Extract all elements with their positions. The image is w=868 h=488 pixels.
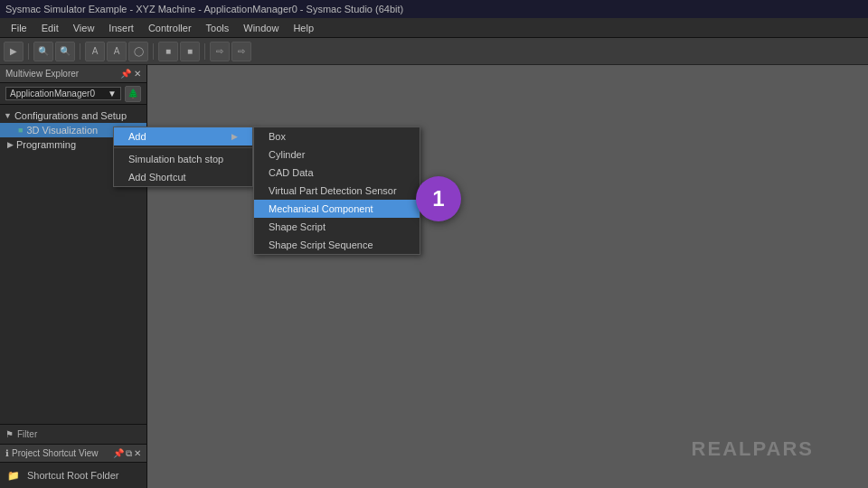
app-manager-bar: ApplicationManager0 ▼ 🌲: [0, 83, 146, 105]
context-menu-add: Add ▶ Simulation batch stop Add Shortcut: [113, 127, 253, 187]
shortcut-info-icon: ℹ: [5, 448, 9, 458]
3d-viz-icon: ■: [18, 126, 23, 135]
toolbar-sep-1: [28, 43, 29, 60]
shortcut-view-label: Project Shortcut View: [12, 448, 98, 458]
menu-insert[interactable]: Insert: [101, 21, 141, 35]
title-text: Sysmac Simulator Example - XYZ Machine -…: [5, 4, 403, 14]
step-badge: 1: [416, 176, 461, 221]
sidebar-close-icon[interactable]: ✕: [134, 69, 141, 79]
filter-bar: ⚑ Filter: [0, 424, 146, 444]
shortcut-view: ℹ Project Shortcut View 📌 ⧉ ✕ 📁 Shortcut…: [0, 444, 146, 488]
programming-label: Programming: [16, 139, 76, 150]
title-bar: Sysmac Simulator Example - XYZ Machine -…: [0, 0, 868, 18]
configurations-arrow: ▼: [4, 111, 12, 120]
toolbar-btn-4[interactable]: A: [85, 42, 105, 61]
programming-arrow: ▶: [7, 140, 14, 149]
shortcut-root-label: Shortcut Root Folder: [27, 470, 119, 481]
sub-item-virtual-sensor-label: Virtual Part Detection Sensor: [269, 185, 397, 196]
shortcut-header: ℹ Project Shortcut View 📌 ⧉ ✕: [0, 445, 146, 463]
folder-icon: 📁: [7, 470, 20, 482]
sub-item-shape-script-seq[interactable]: Shape Script Sequence: [254, 236, 420, 254]
shortcut-float-icon[interactable]: ⧉: [126, 448, 132, 459]
toolbar-btn-9[interactable]: ⇨: [210, 42, 230, 61]
sidebar-pin-icon[interactable]: 📌: [120, 69, 131, 79]
toolbar: ▶ 🔍 🔍 A A ◯ ■ ■ ⇨ ⇨: [0, 38, 868, 65]
app-manager-label: ApplicationManager0: [10, 89, 95, 99]
ctx-add-arrow: ▶: [231, 132, 238, 141]
sub-item-box-label: Box: [269, 131, 286, 142]
toolbar-btn-1[interactable]: ▶: [4, 42, 24, 61]
watermark: REALPARS: [692, 437, 814, 461]
filter-label: Filter: [17, 429, 37, 439]
menu-view[interactable]: View: [66, 21, 102, 35]
ctx-simulation-batch[interactable]: Simulation batch stop: [114, 150, 252, 168]
toolbar-btn-8[interactable]: ■: [180, 42, 200, 61]
app-manager-dropdown[interactable]: ApplicationManager0 ▼: [5, 87, 121, 100]
toolbar-sep-4: [204, 43, 205, 60]
toolbar-btn-7[interactable]: ■: [158, 42, 178, 61]
sub-item-virtual-sensor[interactable]: Virtual Part Detection Sensor: [254, 182, 420, 200]
toolbar-sep-3: [153, 43, 154, 60]
sub-item-shape-script[interactable]: Shape Script: [254, 218, 420, 236]
shortcut-content: 📁 Shortcut Root Folder: [0, 463, 146, 488]
menu-help[interactable]: Help: [286, 21, 321, 35]
menu-controller[interactable]: Controller: [141, 21, 199, 35]
menu-bar: File Edit View Insert Controller Tools W…: [0, 18, 868, 38]
dropdown-arrow-icon: ▼: [108, 89, 117, 99]
submenu: Box Cylinder CAD Data Virtual Part Detec…: [253, 127, 420, 255]
toolbar-btn-10[interactable]: ⇨: [231, 42, 251, 61]
toolbar-btn-6[interactable]: ◯: [128, 42, 148, 61]
sub-item-cad-label: CAD Data: [269, 167, 314, 178]
sidebar-title: Multiview Explorer: [5, 69, 79, 79]
app-manager-tree-icon[interactable]: 🌲: [125, 86, 141, 102]
ctx-add-item[interactable]: Add ▶: [114, 127, 252, 145]
menu-edit[interactable]: Edit: [34, 21, 66, 35]
ctx-add-label: Add: [128, 131, 146, 142]
ctx-separator-1: [114, 147, 252, 148]
toolbar-btn-3[interactable]: 🔍: [55, 42, 75, 61]
sub-item-cad-data[interactable]: CAD Data: [254, 164, 420, 182]
toolbar-btn-2[interactable]: 🔍: [33, 42, 53, 61]
toolbar-btn-5[interactable]: A: [107, 42, 127, 61]
ctx-simulation-label: Simulation batch stop: [128, 154, 223, 164]
sub-item-mechanical-label: Mechanical Component: [269, 203, 373, 214]
menu-window[interactable]: Window: [236, 21, 286, 35]
shortcut-close-icon[interactable]: ✕: [134, 448, 141, 459]
shortcut-pin-icon[interactable]: 📌: [113, 448, 124, 459]
menu-file[interactable]: File: [4, 21, 34, 35]
sub-item-shape-script-label: Shape Script: [269, 221, 326, 232]
menu-tools[interactable]: Tools: [199, 21, 237, 35]
sidebar-header: Multiview Explorer 📌 ✕: [0, 65, 146, 83]
toolbar-sep-2: [80, 43, 80, 60]
3d-viz-label: 3D Visualization: [26, 125, 98, 136]
sub-item-mechanical[interactable]: Mechanical Component: [254, 200, 420, 218]
sub-item-cylinder[interactable]: Cylinder: [254, 145, 420, 164]
configurations-header[interactable]: ▼ Configurations and Setup: [0, 108, 146, 123]
filter-icon: ⚑: [5, 429, 14, 439]
sub-item-box[interactable]: Box: [254, 127, 420, 145]
sub-item-shape-script-seq-label: Shape Script Sequence: [269, 239, 373, 250]
configurations-label: Configurations and Setup: [14, 110, 127, 121]
ctx-add-shortcut-label: Add Shortcut: [128, 172, 186, 183]
ctx-add-shortcut[interactable]: Add Shortcut: [114, 168, 252, 186]
sub-item-cylinder-label: Cylinder: [269, 149, 305, 160]
